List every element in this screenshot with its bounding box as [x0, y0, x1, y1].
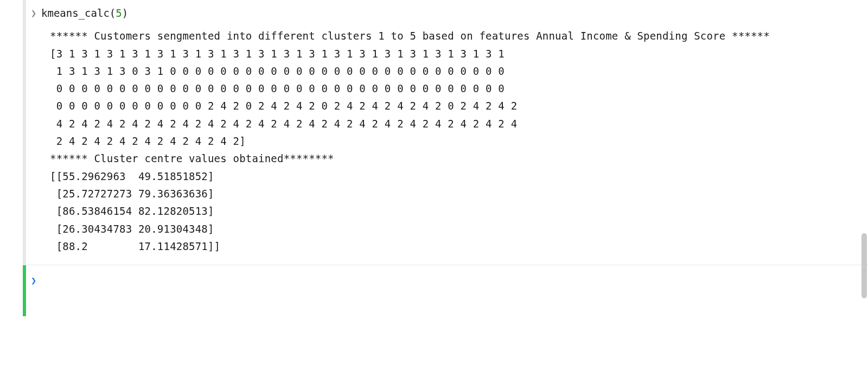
- code-input-area[interactable]: ❯ kmeans_calc(5): [26, 0, 868, 25]
- new-cell[interactable]: ❯: [23, 265, 868, 316]
- left-gutter: [0, 0, 23, 371]
- new-prompt-icon: ❯: [26, 272, 41, 289]
- notebook-container: ❯ kmeans_calc(5) ****** Customers sengme…: [0, 0, 868, 371]
- scrollbar-thumb[interactable]: [861, 233, 867, 298]
- code-arg: 5: [116, 7, 122, 19]
- new-code-input[interactable]: [41, 272, 868, 289]
- code-close-paren: ): [122, 7, 128, 19]
- cell-output: ****** Customers sengmented into differe…: [26, 25, 868, 265]
- code-func: kmeans_calc: [41, 7, 110, 19]
- code-open-paren: (: [110, 7, 116, 19]
- code-line: kmeans_calc(5): [41, 4, 128, 22]
- executed-cell: ❯ kmeans_calc(5) ****** Customers sengme…: [23, 0, 868, 265]
- executed-prompt-icon: ❯: [26, 4, 41, 21]
